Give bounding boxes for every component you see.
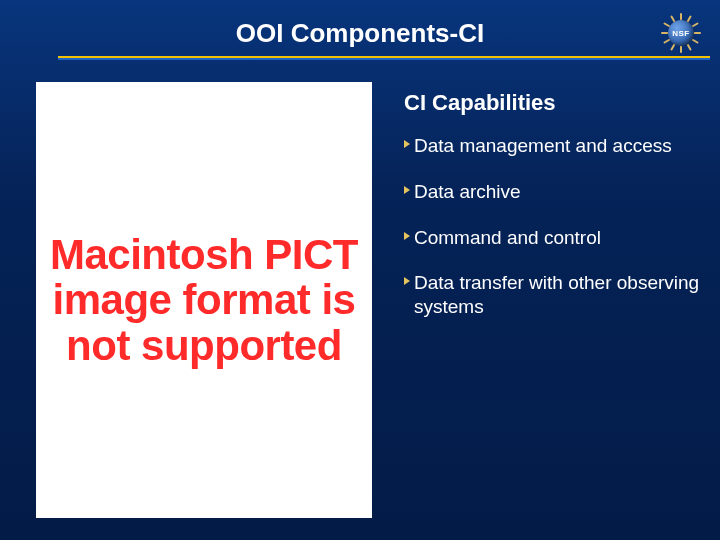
bullet-arrow-icon: [404, 277, 410, 285]
list-item-label: Data transfer with other observing syste…: [414, 272, 699, 317]
list-item-label: Command and control: [414, 227, 601, 248]
image-placeholder: Macintosh PICT image format is not suppo…: [36, 82, 372, 518]
bullet-arrow-icon: [404, 140, 410, 148]
list-item: Data management and access: [404, 134, 700, 158]
slide: OOI Components-CI NSF Macintosh PICT ima…: [0, 0, 720, 540]
title-underline: [58, 56, 710, 60]
list-item: Data archive: [404, 180, 700, 204]
list-item: Data transfer with other observing syste…: [404, 271, 700, 319]
nsf-logo-text: NSF: [668, 20, 694, 46]
bullet-arrow-icon: [404, 186, 410, 194]
list-item-label: Data management and access: [414, 135, 672, 156]
section-title: CI Capabilities: [404, 90, 700, 116]
content-column: CI Capabilities Data management and acce…: [404, 90, 700, 341]
slide-title: OOI Components-CI: [0, 18, 720, 49]
nsf-logo-icon: NSF: [658, 10, 704, 56]
slide-header: OOI Components-CI NSF: [0, 0, 720, 70]
list-item-label: Data archive: [414, 181, 521, 202]
bullet-arrow-icon: [404, 232, 410, 240]
list-item: Command and control: [404, 226, 700, 250]
image-placeholder-text: Macintosh PICT image format is not suppo…: [42, 232, 366, 368]
